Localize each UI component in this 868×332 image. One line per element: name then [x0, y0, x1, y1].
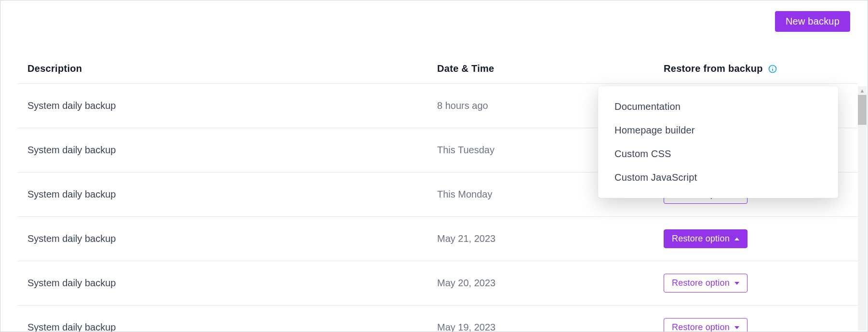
restore-option-dropdown[interactable]: DocumentationHomepage builderCustom CSSC… [598, 86, 838, 198]
scrollbar-up-icon[interactable]: ▲ [858, 86, 867, 95]
svg-point-2 [772, 66, 773, 67]
dropdown-item[interactable]: Homepage builder [598, 119, 838, 142]
info-icon[interactable] [768, 64, 777, 74]
table-row: System daily backupMay 21, 2023Restore o… [18, 216, 858, 261]
column-header-datetime: Date & Time [437, 63, 664, 74]
restore-option-label: Restore option [672, 278, 730, 288]
cell-datetime: May 19, 2023 [437, 322, 664, 332]
column-header-description: Description [27, 63, 437, 74]
chevron-up-icon [734, 238, 739, 240]
new-backup-button[interactable]: New backup [775, 11, 850, 32]
cell-datetime: May 21, 2023 [437, 233, 664, 244]
table-row: System daily backupMay 20, 2023Restore o… [18, 261, 858, 305]
column-header-restore-label: Restore from backup [664, 63, 763, 74]
restore-option-button[interactable]: Restore option [664, 229, 748, 248]
cell-description: System daily backup [27, 322, 437, 332]
cell-datetime: May 20, 2023 [437, 278, 664, 289]
cell-restore: Restore option [664, 274, 848, 292]
cell-restore: Restore option [664, 229, 848, 248]
restore-option-label: Restore option [672, 234, 730, 244]
cell-description: System daily backup [27, 189, 437, 200]
header-actions: New backup [775, 11, 850, 32]
restore-option-label: Restore option [672, 322, 730, 332]
dropdown-item[interactable]: Custom JavaScript [598, 166, 838, 189]
backups-panel: New backup Description Date & Time Resto… [0, 0, 868, 332]
table-header: Description Date & Time Restore from bac… [18, 63, 858, 83]
chevron-down-icon [734, 282, 739, 285]
scrollbar[interactable]: ▲ [858, 86, 867, 331]
dropdown-item[interactable]: Documentation [598, 95, 838, 119]
chevron-down-icon [734, 326, 739, 329]
cell-description: System daily backup [27, 100, 437, 111]
cell-restore: Restore option [664, 318, 848, 332]
scrollbar-thumb[interactable] [858, 95, 867, 125]
dropdown-item[interactable]: Custom CSS [598, 142, 838, 166]
restore-option-button[interactable]: Restore option [664, 274, 748, 292]
table-row: System daily backupMay 19, 2023Restore o… [18, 305, 858, 332]
column-header-restore: Restore from backup [664, 63, 848, 74]
cell-description: System daily backup [27, 278, 437, 289]
cell-description: System daily backup [27, 145, 437, 156]
cell-description: System daily backup [27, 233, 437, 244]
restore-option-button[interactable]: Restore option [664, 318, 748, 332]
